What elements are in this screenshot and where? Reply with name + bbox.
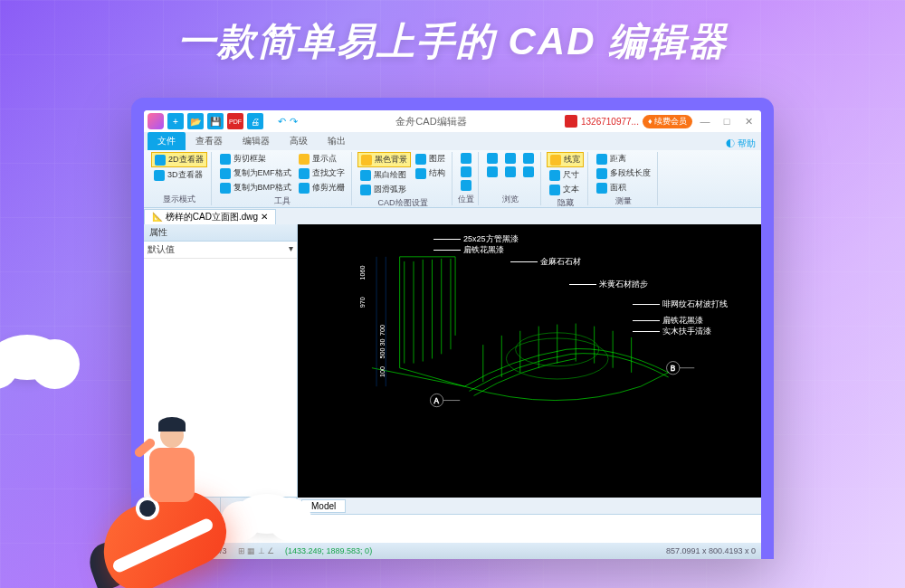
ribbon-item[interactable]: 距离 — [594, 152, 653, 166]
pdf-button[interactable]: PDF — [227, 113, 243, 129]
maximize-button[interactable]: □ — [718, 116, 736, 127]
model-tabs: Model — [298, 498, 761, 514]
ribbon-item-icon — [360, 170, 371, 181]
ribbon-tab[interactable]: 查看器 — [186, 132, 233, 150]
ribbon-item[interactable]: 2D查看器 — [151, 152, 207, 167]
ribbon-item-icon — [299, 183, 310, 194]
minimize-button[interactable]: — — [696, 116, 714, 127]
file-tab[interactable]: 📐 榜样的CAD立面图.dwg ✕ — [144, 209, 276, 224]
status-coords: (1433.249; 1889.583; 0) — [285, 546, 372, 555]
ribbon-item-icon — [415, 154, 426, 165]
ribbon-group: 浏览 — [481, 152, 541, 205]
rocket-illustration — [63, 362, 262, 588]
ribbon-item[interactable]: 查找文字 — [296, 166, 348, 180]
ribbon-item-icon — [361, 155, 372, 166]
annotation: 啡网纹石材波打线 — [633, 299, 728, 310]
ribbon-group-label: CAD绘图设置 — [357, 196, 448, 209]
new-button[interactable]: + — [167, 113, 184, 129]
help-link[interactable]: ◐ 帮助 — [726, 138, 756, 150]
ribbon-item-icon — [220, 183, 231, 194]
ribbon: 2D查看器3D查看器显示模式剪切框架复制为EMF格式复制为BMP格式显示点查找文… — [144, 150, 761, 208]
ribbon-item-icon — [360, 185, 371, 195]
ribbon-item-icon — [220, 168, 231, 179]
ribbon-item-icon — [461, 166, 472, 177]
properties-header: 属性 — [144, 224, 297, 242]
ribbon-group-label: 浏览 — [484, 193, 537, 205]
ribbon-item[interactable]: 剪切框架 — [217, 152, 295, 166]
ribbon-item[interactable]: 圆滑弧形 — [357, 183, 411, 196]
member-badge[interactable]: ♦ 续费会员 — [643, 115, 692, 128]
ribbon-item[interactable]: 3D查看器 — [151, 168, 207, 182]
ribbon-item[interactable]: 面积 — [594, 181, 653, 194]
ribbon-item[interactable]: 文本 — [547, 183, 584, 196]
ribbon-tab[interactable]: 文件 — [148, 132, 186, 150]
ribbon-item[interactable]: 修剪光栅 — [296, 181, 348, 194]
ribbon-item[interactable]: 复制为EMF格式 — [217, 166, 295, 180]
ribbon-item-icon — [596, 168, 607, 179]
undo-icon[interactable]: ↶ — [278, 116, 286, 128]
ribbon-item[interactable] — [520, 166, 537, 178]
ribbon-item-icon — [461, 180, 472, 191]
ribbon-item-icon — [155, 155, 166, 166]
svg-text:1060: 1060 — [359, 265, 367, 280]
hero-title: 一款简单易上手的 CAD 编辑器 — [0, 16, 905, 67]
ribbon-tabs: 文件查看器编辑器高级输出◐ 帮助 — [144, 132, 761, 150]
ribbon-item[interactable]: 复制为BMP格式 — [217, 181, 295, 194]
ribbon-item[interactable] — [484, 152, 500, 165]
ribbon-item[interactable]: 显示点 — [296, 152, 348, 166]
titlebar: + 📂 💾 PDF 🖨 ↶ ↷ 金舟CAD编辑器 1326710977... ♦… — [144, 110, 761, 132]
ribbon-group: 剪切框架复制为EMF格式复制为BMP格式显示点查找文字修剪光栅工具 — [214, 152, 353, 205]
ribbon-item[interactable]: 线宽 — [547, 152, 584, 167]
ribbon-item[interactable]: 图层 — [413, 152, 448, 166]
ribbon-tab[interactable]: 输出 — [318, 132, 356, 150]
ribbon-item-icon — [505, 153, 516, 164]
svg-text:100: 100 — [379, 366, 386, 377]
ribbon-item-icon — [550, 155, 561, 166]
ribbon-item[interactable]: 黑色背景 — [357, 152, 411, 167]
ribbon-group-label: 显示模式 — [151, 193, 207, 205]
phone-number: 1326710977... — [581, 117, 639, 127]
ribbon-group: 黑色背景黑白绘图圆滑弧形图层结构CAD绘图设置 — [354, 152, 452, 205]
cloud-decoration — [0, 335, 63, 380]
ribbon-item[interactable] — [502, 152, 519, 165]
ribbon-item[interactable] — [520, 152, 537, 165]
ribbon-item-icon — [596, 183, 607, 194]
ribbon-group-label: 工具 — [217, 194, 348, 207]
ribbon-item[interactable] — [484, 166, 500, 178]
ribbon-item-icon — [596, 154, 607, 165]
drawing-canvas[interactable]: 1060 970 700 500 30 100 A B 25x25方管黑漆 扁铁… — [298, 224, 761, 498]
ribbon-group: 距离多段线长度面积测量 — [590, 152, 658, 205]
ribbon-group-label: 隐藏 — [547, 196, 584, 209]
canvas-area: 1060 970 700 500 30 100 A B 25x25方管黑漆 扁铁… — [298, 224, 761, 514]
redo-icon[interactable]: ↷ — [290, 116, 298, 128]
ribbon-item-icon — [549, 185, 560, 195]
ribbon-item[interactable]: 黑白绘图 — [357, 168, 411, 182]
ribbon-tab[interactable]: 编辑器 — [233, 132, 280, 150]
phone-icon — [565, 115, 577, 128]
ribbon-item[interactable]: 多段线长度 — [594, 166, 653, 180]
ribbon-item-icon — [487, 166, 498, 177]
ribbon-item[interactable] — [458, 179, 474, 192]
close-button[interactable]: ✕ — [739, 116, 757, 128]
ribbon-item[interactable]: 结构 — [413, 166, 448, 180]
ribbon-tab[interactable]: 高级 — [280, 132, 318, 150]
svg-text:B: B — [671, 365, 676, 373]
svg-text:970: 970 — [359, 297, 367, 308]
ribbon-item-icon — [220, 154, 231, 165]
ribbon-item-icon — [461, 153, 472, 164]
ribbon-item[interactable]: 尺寸 — [547, 168, 584, 182]
save-button[interactable]: 💾 — [207, 113, 224, 129]
open-button[interactable]: 📂 — [187, 113, 204, 129]
ribbon-item[interactable] — [458, 152, 474, 165]
ribbon-item-icon — [487, 153, 498, 164]
print-button[interactable]: 🖨 — [247, 113, 263, 129]
ribbon-group: 2D查看器3D查看器显示模式 — [148, 152, 212, 205]
ribbon-item[interactable] — [502, 166, 519, 178]
app-title: 金舟CAD编辑器 — [301, 115, 561, 128]
ribbon-item[interactable] — [458, 166, 474, 178]
ribbon-group: 位置 — [454, 152, 479, 205]
ribbon-item-icon — [523, 153, 534, 164]
prop-default[interactable]: 默认值 — [144, 242, 221, 258]
ribbon-item-icon — [154, 170, 165, 181]
ribbon-item-icon — [549, 170, 560, 181]
